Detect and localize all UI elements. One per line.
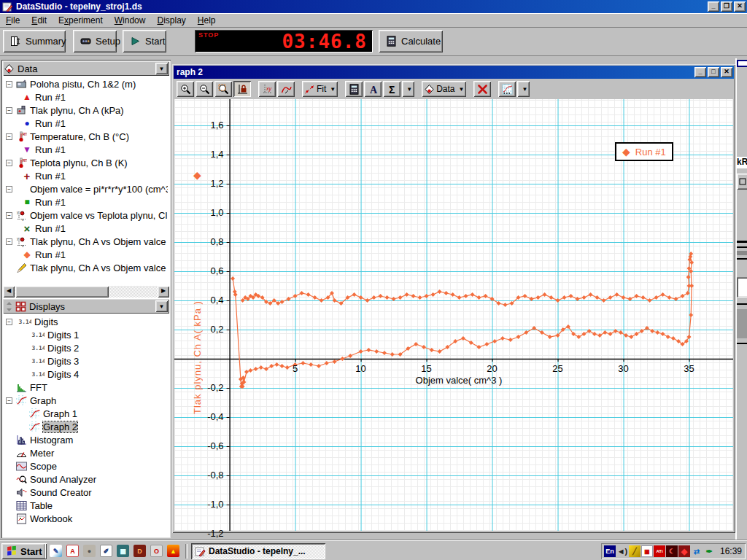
quicklaunch-writer-icon[interactable]: ✐: [100, 545, 112, 557]
scale-to-fit-button[interactable]: [233, 81, 251, 97]
graph-settings-button[interactable]: [498, 81, 516, 97]
data-source-item[interactable]: −RTDTeplota plynu, Ch B (K): [3, 156, 168, 169]
close-button[interactable]: ✕: [734, 1, 746, 12]
data-run-item[interactable]: ▼Run #1: [3, 143, 168, 156]
display-item-sound-analyzer[interactable]: −Sound Analyzer: [3, 472, 168, 486]
task-button-datastudio[interactable]: DataStudio - tepelny_...: [191, 543, 325, 559]
zoom-in-button[interactable]: [177, 81, 194, 97]
display-item-histogram[interactable]: −Histogram: [3, 433, 168, 446]
tree-expander[interactable]: −: [6, 212, 12, 219]
setup-button[interactable]: Setup: [73, 30, 117, 52]
display-item-graph[interactable]: −Graph: [3, 394, 168, 407]
splitter-icon[interactable]: [3, 301, 15, 311]
menu-edit[interactable]: Edit: [26, 14, 53, 27]
start-menu-button[interactable]: Start: [1, 543, 47, 559]
smart-tool-button[interactable]: [277, 81, 295, 97]
tray-flash-icon[interactable]: ◆: [678, 545, 690, 557]
graph-minimize-button[interactable]: _: [694, 67, 706, 77]
data-panel-dropdown[interactable]: ▼: [155, 63, 168, 74]
tray-lang-en-icon[interactable]: En: [604, 545, 616, 557]
plot-area[interactable]: 1,61,41,21,00,80,60,40,2-0,2-0,4-0,6-0,8…: [174, 99, 733, 531]
data-source-item[interactable]: −Objem valce = pi*r*r*y*100 (cm^3: [3, 182, 168, 195]
data-source-item[interactable]: −Tlak plynu, Ch A (kPa): [3, 104, 168, 117]
menu-help[interactable]: Help: [192, 14, 222, 27]
display-item-sound-creator[interactable]: −Sound Creator: [3, 486, 168, 499]
xy-tool-button[interactable]: xy: [258, 81, 276, 97]
start-button[interactable]: Start: [123, 30, 166, 52]
zoom-select-button[interactable]: [214, 81, 232, 97]
quicklaunch-notepad-icon[interactable]: ✎: [50, 545, 62, 557]
tree-expander[interactable]: −: [6, 319, 12, 325]
tray-sync-arrows-icon[interactable]: ⇄: [691, 545, 703, 557]
data-source-item[interactable]: −RTDTemperature, Ch B (°C): [3, 130, 168, 143]
menu-display[interactable]: Display: [151, 14, 191, 27]
calculate-button[interactable]: Calculate: [379, 30, 443, 52]
quicklaunch-calculator-icon[interactable]: ▦: [117, 545, 129, 557]
displays-panel-dropdown[interactable]: ▼: [155, 300, 168, 312]
display-item-graph-2[interactable]: −Graph 2: [3, 420, 168, 433]
display-item-workbook[interactable]: −Workbook: [3, 512, 168, 525]
quicklaunch-acrobat-icon[interactable]: A: [66, 545, 79, 557]
data-run-item[interactable]: ■Run #1: [3, 195, 168, 209]
tree-expander[interactable]: −: [6, 133, 12, 140]
data-panel-header[interactable]: Data ▼: [3, 61, 169, 76]
quicklaunch-dragon-icon[interactable]: D: [133, 545, 146, 557]
fit-menu-button[interactable]: Fit▼: [302, 81, 338, 97]
scroll-thumb[interactable]: [15, 286, 109, 298]
data-panel-hscrollbar[interactable]: ◀ ▶: [3, 286, 169, 298]
statistics-button[interactable]: Σ: [383, 81, 400, 97]
data-source-item[interactable]: −yxTlak plynu, Ch A vs Objem valce: [3, 235, 168, 248]
text-note-button[interactable]: A: [364, 81, 382, 97]
tree-expander[interactable]: −: [6, 238, 12, 245]
scroll-left-icon[interactable]: ◀: [3, 286, 15, 298]
menu-file[interactable]: File: [0, 14, 26, 27]
app-titlebar[interactable]: DataStudio - tepelny_stroj1.ds _ ❐ ✕: [0, 0, 747, 13]
display-item-digits-3[interactable]: −3.14Digits 3: [3, 354, 168, 368]
display-item-graph-1[interactable]: −Graph 1: [3, 407, 168, 420]
display-item-digits[interactable]: −3.14Digits: [3, 315, 168, 328]
quicklaunch-opera-icon[interactable]: O: [150, 545, 163, 557]
tree-expander[interactable]: −: [6, 397, 12, 404]
quicklaunch-flame-icon[interactable]: ▲: [167, 545, 179, 557]
zoom-out-button[interactable]: [196, 81, 213, 97]
display-item-meter[interactable]: −Meter: [3, 446, 168, 459]
data-run-item[interactable]: ●Run #1: [3, 117, 168, 130]
data-run-item[interactable]: ◆Run #1: [3, 248, 168, 261]
display-item-table[interactable]: −Table: [3, 499, 168, 512]
tray-devil-icon[interactable]: ☾: [666, 545, 678, 557]
tree-expander[interactable]: −: [6, 81, 12, 88]
tray-scheduler-icon[interactable]: ▦: [641, 545, 653, 557]
data-source-item[interactable]: −Poloha pistu, Ch 1&2 (m): [3, 77, 168, 90]
menu-window[interactable]: Window: [109, 14, 152, 27]
display-item-fft[interactable]: −FFT: [3, 381, 168, 394]
tree-expander[interactable]: −: [6, 107, 12, 114]
data-menu-button[interactable]: Data▼: [422, 81, 466, 97]
graph-maximize-button[interactable]: □: [708, 67, 719, 77]
display-item-digits-4[interactable]: −3.14Digits 4: [3, 368, 168, 381]
displays-panel-header[interactable]: Displays ▼: [3, 299, 169, 314]
display-item-digits-2[interactable]: −3.14Digits 2: [3, 341, 168, 354]
delete-button[interactable]: [473, 81, 491, 97]
data-source-item[interactable]: −Tlak plynu, Ch A vs Objem valce: [3, 261, 168, 274]
tray-ati-icon[interactable]: ATi: [654, 545, 665, 557]
tray-yellow-tool-icon[interactable]: ╱: [629, 545, 640, 557]
graph-titlebar[interactable]: raph 2 _ □ ✕: [174, 66, 734, 79]
tray-speaker-icon[interactable]: ◄): [616, 545, 628, 557]
calculate-button[interactable]: [345, 81, 363, 97]
data-run-item[interactable]: ×Run #1: [3, 222, 168, 235]
display-item-digits-1[interactable]: −3.14Digits 1: [3, 328, 168, 341]
minimize-button[interactable]: _: [708, 1, 719, 12]
data-run-item[interactable]: +Run #1: [3, 169, 168, 182]
tree-expander[interactable]: −: [6, 186, 12, 192]
statistics-dropdown[interactable]: ▼: [402, 81, 414, 97]
summary-button[interactable]: Summary: [3, 30, 66, 52]
data-run-item[interactable]: ▲Run #1: [3, 90, 168, 104]
restore-button[interactable]: ❐: [721, 1, 732, 12]
legend[interactable]: ◆Run #1: [615, 142, 673, 161]
quicklaunch-bird-icon[interactable]: ●: [83, 545, 96, 557]
graph-close-button[interactable]: ✕: [721, 67, 732, 77]
scroll-right-icon[interactable]: ▶: [158, 286, 169, 298]
menu-experiment[interactable]: Experiment: [53, 14, 109, 27]
data-source-item[interactable]: −yxObjem valce vs Teplota plynu, Cl: [3, 209, 168, 222]
tray-pen-z-icon[interactable]: ✒: [703, 545, 715, 557]
